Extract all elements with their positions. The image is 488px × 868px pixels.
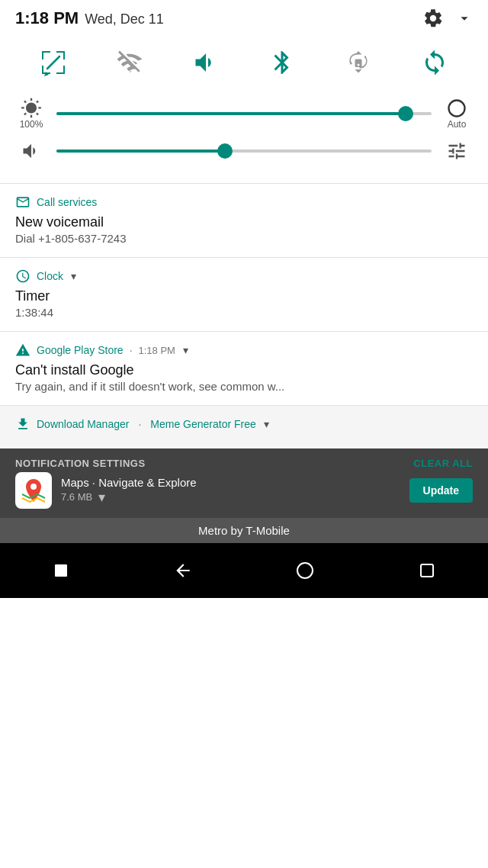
google-play-time: 1:18 PM	[139, 345, 175, 356]
call-services-app-name: Call services	[37, 196, 97, 208]
svg-line-8	[47, 56, 59, 69]
google-play-header: Google Play Store · 1:18 PM ▾	[15, 342, 473, 358]
back-button[interactable]	[169, 557, 197, 584]
carrier-bar: Metro by T-Mobile	[0, 518, 488, 543]
status-time: 1:18 PM	[15, 8, 79, 28]
maps-notification-row[interactable]: Maps · Navigate & Explore 7.6 MB ▾ Updat…	[15, 472, 473, 509]
brightness-slider-track[interactable]	[56, 100, 432, 127]
volume-settings-icon[interactable]	[441, 137, 473, 165]
settings-icon[interactable]	[422, 8, 444, 29]
download-manager-chevron-icon: ▾	[264, 418, 269, 430]
clock-icon	[15, 268, 30, 284]
call-services-icon	[15, 194, 30, 210]
google-play-app-name: Google Play Store	[37, 344, 124, 356]
download-manager-header: Download Manager · Meme Generator Free ▾	[15, 416, 473, 432]
call-services-body: Dial +1-805-637-7243	[15, 232, 473, 245]
call-services-header: Call services	[15, 194, 473, 210]
clock-app-name: Clock	[37, 270, 63, 282]
status-date: Wed, Dec 11	[85, 11, 164, 27]
status-bar: 1:18 PM Wed, Dec 11	[0, 0, 488, 37]
maps-notif-title: Maps · Navigate & Explore	[61, 476, 400, 489]
status-bar-right	[422, 8, 473, 29]
volume-icon[interactable]	[189, 46, 223, 79]
recents-button[interactable]	[413, 557, 441, 584]
bottom-bar-top-row: NOTIFICATION SETTINGS CLEAR ALL	[15, 458, 473, 469]
clock-header: Clock ▾	[15, 268, 473, 284]
download-manager-sub-name: Meme Generator Free	[150, 418, 256, 430]
clock-notification[interactable]: Clock ▾ Timer 1:38:44	[0, 258, 488, 331]
call-services-title: New voicemail	[15, 214, 473, 230]
google-play-warning-icon	[15, 342, 30, 358]
brightness-icon-col: 100%	[15, 98, 47, 130]
maps-notif-chevron-icon: ▾	[98, 489, 105, 506]
download-manager-notification[interactable]: Download Manager · Meme Generator Free ▾	[0, 406, 488, 448]
volume-icon-col	[15, 140, 47, 162]
sync-icon[interactable]	[418, 46, 451, 79]
bottom-bar: NOTIFICATION SETTINGS CLEAR ALL Maps · N…	[0, 448, 488, 518]
maps-app-icon	[15, 472, 52, 509]
google-play-chevron-icon: ▾	[183, 344, 188, 356]
rotation-lock-icon[interactable]	[342, 46, 375, 79]
sliders-section: 100% Auto	[0, 92, 488, 183]
carrier-name: Metro by T-Mobile	[198, 524, 290, 537]
svg-rect-15	[55, 564, 67, 577]
brightness-icon	[21, 98, 42, 119]
maps-notif-size: 7.6 MB	[61, 491, 92, 503]
svg-rect-17	[421, 564, 433, 577]
clear-all-button[interactable]: CLEAR ALL	[413, 458, 473, 469]
brightness-label: 100%	[20, 119, 43, 130]
brightness-auto-col[interactable]: Auto	[441, 100, 473, 127]
clock-chevron-icon: ▾	[71, 270, 76, 282]
brightness-slider-row: 100% Auto	[15, 98, 473, 130]
download-icon	[15, 416, 30, 432]
call-services-notification[interactable]: Call services New voicemail Dial +1-805-…	[0, 184, 488, 257]
svg-point-12	[449, 101, 465, 117]
auto-label: Auto	[448, 119, 467, 130]
chevron-down-icon[interactable]	[456, 10, 473, 27]
quick-settings-row	[0, 37, 488, 92]
download-manager-app-name: Download Manager	[37, 418, 129, 430]
volume-slider-icon	[21, 140, 42, 162]
stop-button[interactable]	[47, 557, 75, 584]
svg-rect-3	[63, 51, 65, 59]
volume-slider-track[interactable]	[56, 137, 432, 165]
svg-point-14	[30, 484, 37, 490]
volume-slider-row	[15, 137, 473, 165]
bluetooth-icon[interactable]	[265, 46, 299, 79]
expand-icon[interactable]	[37, 46, 70, 79]
update-button[interactable]: Update	[409, 478, 473, 503]
svg-point-11	[358, 64, 360, 66]
status-bar-left: 1:18 PM Wed, Dec 11	[15, 8, 164, 28]
clock-body: 1:38:44	[15, 306, 473, 319]
maps-notif-content: Maps · Navigate & Explore 7.6 MB ▾	[61, 476, 400, 506]
svg-rect-5	[42, 66, 43, 74]
google-play-notification[interactable]: Google Play Store · 1:18 PM ▾ Can't inst…	[0, 332, 488, 405]
nav-bar	[0, 543, 488, 598]
svg-rect-7	[63, 66, 65, 74]
svg-point-16	[297, 563, 313, 578]
clock-title: Timer	[15, 288, 473, 304]
google-play-title: Can't install Google	[15, 362, 473, 378]
home-button[interactable]	[291, 557, 319, 584]
svg-rect-1	[42, 51, 43, 59]
google-play-body: Try again, and if it still doesn't work,…	[15, 380, 473, 393]
notification-settings-button[interactable]: NOTIFICATION SETTINGS	[15, 458, 146, 469]
wifi-off-icon[interactable]	[113, 46, 146, 79]
